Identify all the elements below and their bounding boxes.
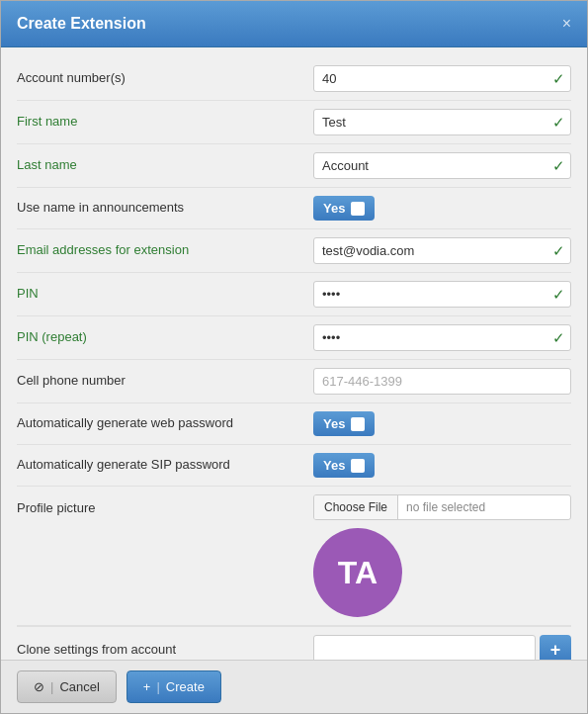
close-button[interactable]: × — [562, 16, 571, 32]
pin-repeat-label: PIN (repeat) — [17, 329, 313, 346]
email-input[interactable] — [313, 237, 571, 264]
cancel-icon: ⊘ — [34, 679, 44, 694]
web-password-control: Yes — [313, 411, 571, 436]
last-name-row: Last name ✓ — [17, 144, 571, 188]
use-name-toggle-label: Yes — [323, 201, 345, 216]
file-name-label: no file selected — [398, 495, 493, 519]
clone-label: Clone settings from account — [17, 642, 313, 659]
pin-label: PIN — [17, 286, 313, 303]
cell-phone-control — [313, 368, 571, 395]
use-name-control: Yes — [313, 196, 571, 221]
sip-password-row: Automatically generate SIP password Yes — [17, 445, 571, 487]
create-icon: + — [143, 679, 151, 694]
use-name-label: Use name in announcements — [17, 200, 313, 217]
dialog-title: Create Extension — [17, 15, 146, 33]
create-label: Create — [166, 679, 205, 694]
toggle-indicator — [351, 202, 365, 216]
profile-picture-label: Profile picture — [17, 494, 313, 515]
account-number-control: ✓ — [313, 65, 571, 92]
cell-phone-row: Cell phone number — [17, 360, 571, 403]
sip-password-control: Yes — [313, 453, 571, 478]
clone-add-button[interactable]: + — [540, 635, 571, 660]
file-input-wrapper: Choose File no file selected — [313, 494, 571, 520]
sip-password-label: Automatically generate SIP password — [17, 456, 313, 474]
last-name-label: Last name — [17, 157, 313, 174]
sip-password-toggle-label: Yes — [323, 458, 345, 473]
dialog-header: Create Extension × — [1, 1, 587, 47]
first-name-control: ✓ — [313, 109, 571, 135]
choose-file-button[interactable]: Choose File — [314, 495, 398, 519]
email-label: Email addresses for extension — [17, 242, 313, 259]
account-number-row: Account number(s) ✓ — [17, 57, 571, 101]
pin-row: PIN ✓ — [17, 273, 571, 316]
clone-input[interactable] — [313, 635, 536, 660]
profile-picture-control: Choose File no file selected TA — [313, 494, 571, 617]
profile-picture-row: Profile picture Choose File no file sele… — [17, 487, 571, 626]
pin-control: ✓ — [313, 281, 571, 308]
web-password-toggle-label: Yes — [323, 416, 345, 431]
sip-password-toggle-indicator — [351, 459, 365, 473]
first-name-input[interactable] — [313, 109, 571, 135]
pin-repeat-input[interactable] — [313, 324, 571, 351]
last-name-input[interactable] — [313, 152, 571, 179]
web-password-toggle[interactable]: Yes — [313, 411, 375, 436]
sip-password-toggle[interactable]: Yes — [313, 453, 375, 478]
cancel-label: Cancel — [59, 679, 99, 694]
use-name-row: Use name in announcements Yes — [17, 188, 571, 229]
use-name-toggle[interactable]: Yes — [313, 196, 375, 221]
web-password-toggle-indicator — [351, 417, 365, 431]
create-button[interactable]: + | Create — [126, 670, 221, 703]
web-password-row: Automatically generate web password Yes — [17, 403, 571, 445]
clone-row: Clone settings from account + — [17, 626, 571, 660]
dialog-footer: ⊘ | Cancel + | Create — [1, 660, 587, 713]
account-number-label: Account number(s) — [17, 70, 313, 87]
pin-repeat-row: PIN (repeat) ✓ — [17, 316, 571, 360]
cell-phone-input[interactable] — [313, 368, 571, 395]
pin-repeat-control: ✓ — [313, 324, 571, 351]
dialog-body: Account number(s) ✓ First name ✓ Last na… — [1, 47, 587, 660]
first-name-label: First name — [17, 114, 313, 131]
clone-control: + — [313, 635, 571, 660]
first-name-row: First name ✓ — [17, 101, 571, 144]
web-password-label: Automatically generate web password — [17, 414, 313, 432]
cell-phone-label: Cell phone number — [17, 373, 313, 390]
cancel-button[interactable]: ⊘ | Cancel — [17, 670, 117, 703]
email-control: ✓ — [313, 237, 571, 264]
pin-input[interactable] — [313, 281, 571, 308]
account-number-input[interactable] — [313, 65, 571, 92]
email-row: Email addresses for extension ✓ — [17, 229, 571, 273]
avatar: TA — [313, 528, 402, 617]
last-name-control: ✓ — [313, 152, 571, 179]
create-extension-dialog: Create Extension × Account number(s) ✓ F… — [0, 0, 588, 714]
